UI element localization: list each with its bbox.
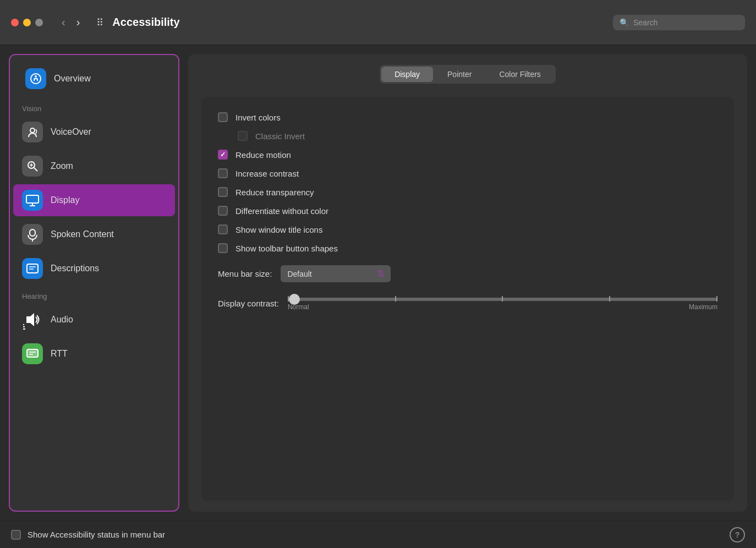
grid-icon[interactable]: ⠿ [96,17,103,29]
accessibility-status-checkbox[interactable] [11,530,21,540]
invert-colors-label: Invert colors [235,113,281,122]
bottom-bar: Show Accessibility status in menu bar ? [0,520,756,548]
sidebar-item-zoom[interactable]: Zoom [13,150,175,182]
svg-point-5 [30,128,35,133]
main-content: Overview Vision VoiceOver [0,45,756,520]
reduce-motion-checkbox[interactable] [218,150,228,160]
bottom-checkbox-row: Show Accessibility status in menu bar [11,530,165,540]
differentiate-checkbox[interactable] [218,206,228,216]
toolbar-shapes-label: Show toolbar button shapes [235,244,338,253]
sidebar-item-spoken[interactable]: Spoken Content [13,218,175,250]
reduce-transparency-label: Reduce transparency [235,188,314,197]
spoken-icon [22,224,43,245]
sidebar-item-voiceover[interactable]: VoiceOver [13,116,175,148]
forward-button[interactable]: › [73,14,84,31]
audio-icon [22,309,43,330]
display-label: Display [51,195,79,205]
increase-contrast-row: Increase contrast [218,164,717,183]
sidebar-overview-area: Overview [10,55,178,98]
invert-colors-checkbox[interactable] [218,112,228,122]
back-button[interactable]: ‹ [58,14,69,31]
differentiate-label: Differentiate without color [235,206,328,216]
right-panel: Display Pointer Color Filters Invert col… [188,54,747,512]
contrast-max-label: Maximum [689,303,717,311]
titlebar: ‹ › ⠿ Accessibility 🔍 [0,0,756,45]
window-title: Accessibility [112,16,604,29]
minimize-button[interactable] [23,19,31,26]
svg-rect-13 [30,229,35,236]
classic-invert-checkbox[interactable] [238,131,248,141]
audio-label: Audio [51,315,73,325]
accessibility-status-label: Show Accessibility status in menu bar [28,530,165,539]
display-contrast-row: Display contrast: N [218,290,717,316]
classic-invert-row: Classic Invert [218,127,717,145]
contrast-slider-labels: Normal Maximum [288,303,717,311]
menu-bar-size-value: Default [287,270,311,278]
tab-color-filters[interactable]: Color Filters [486,67,554,82]
spoken-label: Spoken Content [51,229,114,239]
window-title-icons-label: Show window title icons [235,225,322,234]
window-title-icons-checkbox[interactable] [218,224,228,234]
increase-contrast-label: Increase contrast [235,169,299,178]
nav-arrows: ‹ › [58,14,83,31]
overview-icon [25,68,46,89]
voiceover-label: VoiceOver [51,127,91,137]
menu-bar-size-row: Menu bar size: Default ⇅ [218,257,717,290]
close-button[interactable] [11,19,19,26]
help-button[interactable]: ? [730,527,745,542]
select-arrows-icon: ⇅ [377,268,384,279]
sidebar-item-display[interactable]: Display [13,184,175,216]
contrast-slider-track [288,298,717,301]
sidebar: Overview Vision VoiceOver [9,54,179,512]
traffic-lights [11,19,43,26]
tabs: Display Pointer Color Filters [201,65,734,84]
vision-section-label: Vision [10,98,178,115]
search-input[interactable] [633,18,738,27]
descriptions-icon [22,258,43,279]
descriptions-label: Descriptions [51,264,99,273]
tab-display[interactable]: Display [381,67,433,82]
rtt-label: RTT [51,349,68,359]
differentiate-without-color-row: Differentiate without color [218,201,717,220]
display-contrast-label: Display contrast: [218,299,279,308]
reduce-transparency-checkbox[interactable] [218,187,228,197]
classic-invert-label: Classic Invert [255,131,305,141]
show-toolbar-shapes-row: Show toolbar button shapes [218,239,717,257]
search-box[interactable]: 🔍 [613,15,745,30]
display-icon [22,190,43,211]
svg-rect-10 [26,195,39,203]
svg-point-1 [35,75,37,78]
reduce-motion-row: Reduce motion [218,145,717,164]
overview-label: Overview [54,74,91,84]
show-window-title-row: Show window title icons [218,220,717,239]
settings-area: Invert colors Classic Invert Reduce moti… [201,97,734,501]
rtt-icon [22,343,43,364]
tab-group: Display Pointer Color Filters [380,65,556,84]
increase-contrast-checkbox[interactable] [218,168,228,178]
svg-rect-15 [27,264,38,273]
sidebar-item-overview[interactable]: Overview [17,63,172,95]
svg-rect-22 [27,349,38,357]
sidebar-item-rtt[interactable]: RTT [13,338,175,370]
contrast-min-label: Normal [288,303,309,311]
reduce-motion-label: Reduce motion [235,150,291,160]
toolbar-shapes-checkbox[interactable] [218,243,228,253]
menu-bar-size-label: Menu bar size: [218,269,272,278]
hearing-section-label: Hearing [10,286,178,303]
voiceover-icon [22,122,43,143]
maximize-button[interactable] [35,19,43,26]
menu-bar-size-select[interactable]: Default ⇅ [281,265,391,282]
zoom-icon [22,156,43,177]
invert-colors-row: Invert colors [218,108,717,127]
svg-marker-18 [26,313,34,326]
search-icon: 🔍 [620,18,629,27]
zoom-label: Zoom [51,161,73,171]
contrast-slider-container: Normal Maximum [288,295,717,311]
svg-line-7 [34,168,37,171]
sidebar-item-audio[interactable]: Audio [13,304,175,336]
sidebar-item-descriptions[interactable]: Descriptions [13,253,175,284]
tab-pointer[interactable]: Pointer [434,67,485,82]
reduce-transparency-row: Reduce transparency [218,183,717,201]
